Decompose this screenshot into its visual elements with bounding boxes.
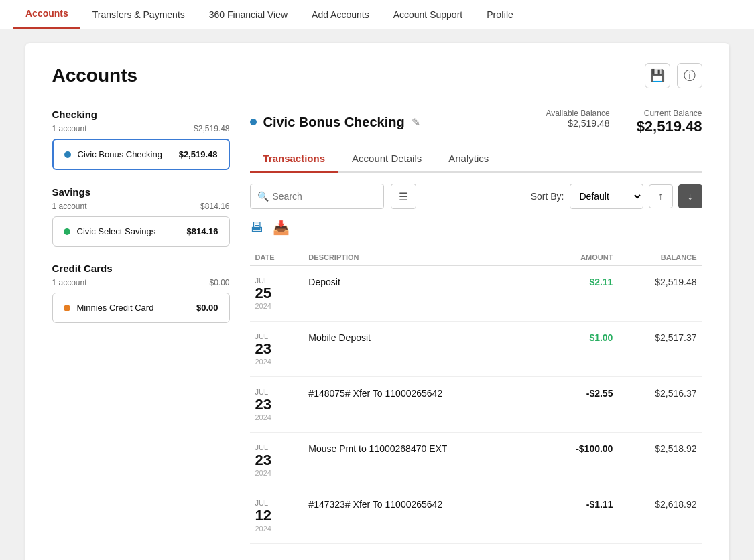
main-container: Accounts 💾 ⓘ Checking 1 account $2,519.4… [25,43,729,560]
amount-cell: -$100.00 [542,433,619,488]
credit-cards-group-name: Credit Cards [52,263,113,274]
page-title: Accounts [52,65,138,86]
checking-total: $2,519.48 [194,124,229,133]
description-cell: Mouse Pmt to 11000268470 EXT [303,433,542,488]
savings-group-sub: 1 account $814.16 [52,202,230,211]
savings-account-balance: $814.16 [187,226,218,236]
date-cell: JUL 23 2024 [250,433,304,488]
checking-account-balance: $2,519.48 [179,149,218,159]
table-row[interactable]: JUL 23 2024 Mobile Deposit $1.00 $2,517.… [250,322,702,377]
date-cell: JUL 23 2024 [250,377,304,433]
nav-profile[interactable]: Profile [475,0,525,29]
date-cell: JUL 12 2024 [250,488,304,544]
left-panel: Checking 1 account $2,519.48 Civic Bonus… [52,109,230,544]
nav-add-accounts[interactable]: Add Accounts [300,0,381,29]
savings-group-name: Savings [52,186,91,198]
date-cell: JUL 25 2024 [250,266,304,322]
export-icon[interactable]: 📥 [273,220,290,236]
savings-account-card[interactable]: Civic Select Savings $814.16 [52,216,230,247]
nav-accounts[interactable]: Accounts [13,0,80,29]
credit-cards-count: 1 account [52,278,87,287]
table-row[interactable]: JUL 23 2024 #148075# Xfer To 11000265642… [250,377,702,433]
detail-account-dot [250,119,257,125]
checking-group-name: Checking [52,109,98,120]
search-input[interactable] [273,191,377,202]
detail-account-name: Civic Bonus Checking [263,115,405,130]
date-day: 23 [255,340,298,358]
checking-account-name: Civic Bonus Checking [78,149,162,159]
date-year: 2024 [255,302,298,310]
current-balance-block: Current Balance $2,519.48 [637,109,702,135]
balance-cell: $2,516.37 [618,377,702,433]
nav-360[interactable]: 360 Financial View [197,0,300,29]
account-detail-header: Civic Bonus Checking ✎ Available Balance… [250,109,702,135]
table-row[interactable]: JUL 12 2024 #147323# Xfer To 11000265642… [250,488,702,544]
print-icon[interactable]: 🖶 [250,220,263,236]
sort-section: Sort By: Default ↑ ↓ [531,184,702,209]
nav-account-support[interactable]: Account Support [381,0,475,29]
checking-count: 1 account [52,124,87,133]
date-year: 2024 [255,358,298,366]
nav-transfers[interactable]: Transfers & Payments [80,0,197,29]
available-balance-block: Available Balance $2,519.48 [546,109,609,135]
date-month: JUL [255,499,298,507]
checking-group: Checking 1 account $2,519.48 Civic Bonus… [52,109,230,170]
sort-asc-button[interactable]: ↑ [649,184,673,208]
page-header: Accounts 💾 ⓘ [52,63,702,88]
date-year: 2024 [255,413,298,421]
sort-label: Sort By: [531,191,564,202]
date-day: 23 [255,396,298,413]
description-cell: #147323# Xfer To 11000265642 [303,488,542,544]
savings-account-name: Civic Select Savings [77,226,156,236]
checking-account-card[interactable]: Civic Bonus Checking $2,519.48 [52,139,230,170]
tab-analytics[interactable]: Analytics [435,146,502,173]
date-month: JUL [255,388,298,396]
date-day: 12 [255,507,298,524]
filter-button[interactable]: ☰ [391,184,416,209]
credit-card-account-card[interactable]: Minnies Credit Card $0.00 [52,293,230,323]
savings-count: 1 account [52,202,87,211]
checking-group-sub: 1 account $2,519.48 [52,124,230,133]
col-date: Date [250,249,304,266]
available-balance-amount: $2,519.48 [546,118,609,129]
date-day: 25 [255,285,298,302]
balance-cell: $2,517.37 [618,322,702,377]
account-tabs: Transactions Account Details Analytics [250,146,702,173]
date-month: JUL [255,443,298,451]
savings-dot [64,228,70,235]
date-cell: JUL 23 2024 [250,322,304,377]
account-name-section: Civic Bonus Checking ✎ [250,115,420,130]
current-balance-label: Current Balance [637,109,702,118]
credit-card-account-balance: $0.00 [196,303,218,313]
header-icons: 💾 ⓘ [645,63,702,88]
credit-card-dot [64,305,70,311]
table-row[interactable]: JUL 23 2024 Mouse Pmt to 11000268470 EXT… [250,433,702,488]
amount-cell: -$1.11 [542,488,619,544]
tab-account-details[interactable]: Account Details [338,146,435,173]
filter-icon: ☰ [399,190,408,203]
download-icon: 💾 [650,68,665,83]
description-cell: #148075# Xfer To 11000265642 [303,377,542,433]
col-balance: Balance [618,249,702,266]
checking-group-header: Checking [52,109,230,120]
credit-cards-group: Credit Cards 1 account $0.00 Minnies Cre… [52,263,230,323]
sort-desc-button[interactable]: ↓ [678,184,702,208]
date-month: JUL [255,332,298,340]
help-icon-btn[interactable]: ⓘ [677,63,702,88]
date-year: 2024 [255,469,298,477]
credit-cards-group-header: Credit Cards [52,263,230,274]
table-row[interactable]: JUL 25 2024 Deposit $2.11 $2,519.48 [250,266,702,322]
description-cell: Mobile Deposit [303,322,542,377]
edit-account-name-icon[interactable]: ✎ [412,116,420,129]
amount-cell: $1.00 [542,322,619,377]
credit-cards-total: $0.00 [209,278,229,287]
amount-cell: -$2.55 [542,377,619,433]
help-icon: ⓘ [684,68,696,84]
date-month: JUL [255,277,298,285]
download-icon-btn[interactable]: 💾 [645,63,670,88]
sort-select[interactable]: Default [570,184,643,209]
savings-total: $814.16 [200,202,229,211]
search-box[interactable]: 🔍 [250,184,384,209]
tab-transactions[interactable]: Transactions [250,146,339,173]
savings-group-header: Savings [52,186,230,198]
